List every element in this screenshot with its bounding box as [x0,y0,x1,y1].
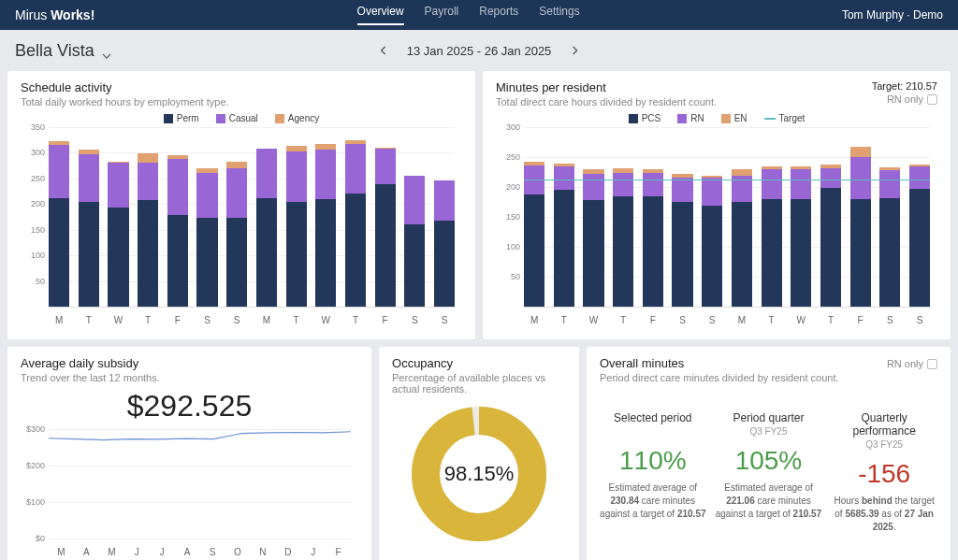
bar-segment [434,180,455,221]
bar-segment [345,194,366,307]
checkbox-icon [927,359,937,369]
bar-segment [791,199,811,307]
bar-segment [49,145,69,198]
bar-segment [762,169,782,199]
card-subtitle: Percentage of available places vs actual… [392,372,566,395]
bar-column: M [732,127,752,307]
brand-bold: Works! [51,7,94,22]
main-nav: Overview Payroll Reports Settings [357,5,580,25]
checkbox-icon [927,94,937,105]
card-subtitle: Trend over the last 12 months. [21,372,358,383]
rn-only-toggle[interactable]: RN only [887,358,937,369]
user-block[interactable]: Tom Murphy · Demo [842,8,943,22]
nav-payroll[interactable]: Payroll [425,5,459,25]
x-tick: S [672,315,692,325]
bar-segment [672,202,692,307]
x-tick: S [879,315,900,325]
metric-title: Selected period [600,411,706,424]
x-tick: F [167,315,188,325]
metric-value: 105% [716,446,822,476]
y-tick: $0 [24,534,45,543]
bar-segment [256,198,277,307]
bar-column: S [434,127,455,307]
bar-column: S [702,127,722,307]
rn-only-label: RN only [887,93,923,105]
bar-segment [791,169,811,199]
bar-column: T [345,127,366,307]
card-occupancy: Occupancy Percentage of available places… [379,347,579,560]
y-tick: $200 [24,461,45,470]
card-title: Schedule activity [21,80,462,94]
bar-column: T [820,127,841,307]
bar-segment [820,168,841,189]
bar-column: T [762,127,782,307]
date-range-label[interactable]: 13 Jan 2025 - 26 Jan 2025 [407,44,552,58]
x-tick: W [583,315,603,325]
subheader: Bella Vista 13 Jan 2025 - 26 Jan 2025 [0,30,958,71]
card-title: Occupancy [392,356,566,370]
date-prev-button[interactable] [375,40,392,62]
x-tick: S [434,315,455,325]
x-tick: T [554,315,574,325]
nav-settings[interactable]: Settings [539,5,579,25]
metric-value: 110% [600,446,706,476]
y-tick: 50 [24,277,45,286]
bar-segment [613,196,633,307]
user-name: Tom Murphy [842,8,904,22]
subsidy-value: $292.525 [21,389,358,424]
legend-swatch-rn [677,114,687,123]
x-tick: T [820,315,841,325]
bar-segment [256,149,277,198]
bar-column: S [909,127,930,307]
bar-segment [79,154,99,201]
bar-segment [850,199,871,307]
schedule-chart: 50100150200250300350MTWTFSSMTWTFSS [21,127,462,328]
x-tick: T [286,315,307,325]
minutes-chart: 50100150200250300MTWTFSSMTWTFSS [496,127,937,328]
metric-sub: Q3 FY25 [831,439,937,450]
bar-segment [583,174,603,200]
subsidy-chart: $0$100$200$300MAMJJASONDJF [21,429,358,560]
x-tick: S [200,547,225,557]
bar-column: W [791,127,811,307]
bar-segment [583,200,603,307]
nav-reports[interactable]: Reports [479,5,518,25]
y-tick: 150 [500,212,520,222]
card-schedule-activity: Schedule activity Total daily worked hou… [7,71,475,339]
x-tick: M [524,315,544,325]
bar-column: S [196,127,217,307]
bar-segment [434,221,455,307]
y-tick: 200 [500,182,520,192]
metric-sub: Q3 FY25 [716,426,822,437]
bar-column: W [315,127,336,307]
x-tick: W [791,315,811,325]
metric-period-quarter: Period quarter Q3 FY25 105% Estimated av… [716,411,822,534]
y-tick: 250 [500,152,520,162]
date-next-button[interactable] [566,40,583,62]
x-tick: S [196,315,217,325]
bar-column: S [672,127,692,307]
nav-overview[interactable]: Overview [357,5,404,25]
y-tick: $300 [24,424,45,434]
metric-selected-period: Selected period 110% Estimated average o… [600,411,706,534]
bar-segment [375,184,396,307]
bar-segment [375,149,396,184]
card-minutes-per-resident: Minutes per resident Total direct care h… [483,71,951,339]
y-tick: 350 [24,122,45,132]
x-tick: W [315,315,336,325]
bar-segment [108,208,128,307]
bar-segment [850,147,871,157]
x-tick: F [643,315,663,325]
x-tick: M [732,315,752,325]
overall-rn-meta: RN only [887,356,937,369]
x-tick: T [613,315,633,325]
legend-label: Perm [177,113,199,123]
bar-segment [613,173,633,196]
location-picker[interactable]: Bella Vista [15,41,111,61]
x-tick: O [225,547,250,557]
bar-segment [79,202,99,307]
metric-sub [600,426,706,437]
x-tick: M [256,315,277,325]
rn-only-toggle[interactable]: RN only [887,93,937,105]
minutes-legend: PCS RN EN Target [496,113,937,123]
